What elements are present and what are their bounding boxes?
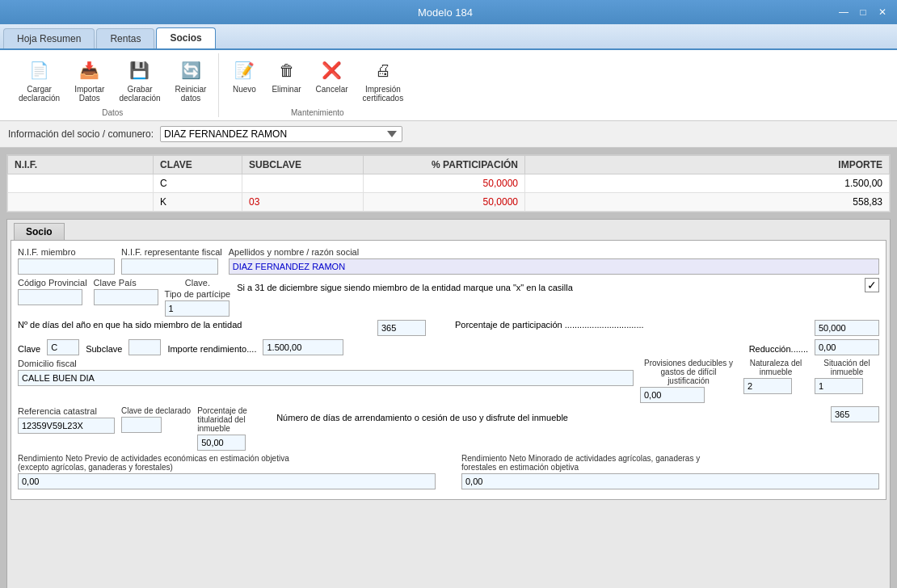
cell-nif <box>8 193 154 212</box>
form-row-5: Domicilio fiscal Provisiones deducibles … <box>18 359 879 403</box>
form-row-6: Referencia catastral Clave de declarado … <box>18 406 879 451</box>
eliminar-button[interactable]: 🗑 Eliminar <box>266 53 306 107</box>
cell-subclave: 03 <box>242 193 364 212</box>
col-participacion: % PARTICIPACIÓN <box>364 156 525 174</box>
importe-input[interactable] <box>263 339 343 355</box>
info-bar-label: Información del socio / comunero: <box>8 128 154 140</box>
minimize-button[interactable]: — <box>836 5 852 19</box>
clave-field-input[interactable] <box>47 339 79 355</box>
ribbon-datos-label: Datos <box>102 108 123 117</box>
socio-selector[interactable]: DIAZ FERNANDEZ RAMON <box>160 126 402 142</box>
clave-pais-input[interactable] <box>94 289 158 305</box>
cargar-declaracion-button[interactable]: 📄 Cargardeclaración <box>13 53 65 107</box>
field-naturaleza: Naturaleza del inmueble <box>743 359 808 394</box>
porcentaje-label: Porcentaje de participación ............… <box>455 320 808 330</box>
table-row[interactable]: C 50,0000 1.500,00 <box>8 174 890 193</box>
nuevo-button[interactable]: 📝 Nuevo <box>225 53 263 107</box>
field-domicilio: Domicilio fiscal <box>18 359 634 386</box>
checkbox-miembro[interactable]: ✓ <box>865 278 879 292</box>
subclave-label: Subclave <box>86 344 122 355</box>
ribbon-group-mantenimiento: 📝 Nuevo 🗑 Eliminar ❌ Cancelar 🖨 Impresió… <box>219 53 415 117</box>
reiniciar-datos-button[interactable]: 🔄 Reiniciardatos <box>170 53 213 107</box>
field-situacion: Situación del inmueble <box>815 359 879 394</box>
field-porcentaje-titularidad: Porcentaje de titularidad del inmueble <box>197 406 270 451</box>
field-clave-declarado: Clave de declarado <box>121 406 191 433</box>
tab-socios[interactable]: Socios <box>156 27 215 48</box>
impresion-certificados-button[interactable]: 🖨 Impresióncertificados <box>357 53 410 107</box>
porcentaje-titularidad-input[interactable] <box>197 435 246 451</box>
n-dias-label: Nº de días del año en que ha sido miembr… <box>18 320 371 330</box>
info-bar: Información del socio / comunero: DIAZ F… <box>0 121 897 148</box>
reduccion-input[interactable] <box>815 339 879 355</box>
dias-arrendamiento-row: Número de días de arrendamiento o cesión… <box>276 406 879 422</box>
situacion-input[interactable] <box>815 378 863 394</box>
field-nif-representante: N.I.F. representante fiscal <box>121 247 222 275</box>
socios-table: N.I.F. CLAVE SUBCLAVE % PARTICIPACIÓN IM… <box>7 155 890 212</box>
field-provisiones: Provisiones deducibles y gastos de difíc… <box>640 359 737 403</box>
naturaleza-input[interactable] <box>743 378 792 394</box>
close-button[interactable]: ✕ <box>874 5 891 19</box>
eliminar-icon: 🗑 <box>274 57 300 83</box>
importe-label: Importe rendimiento.... <box>167 344 256 355</box>
rendimiento-minorado-input[interactable] <box>461 473 879 489</box>
form-row-1: N.I.F. miembro N.I.F. representante fisc… <box>18 247 879 275</box>
clave-label: Clave <box>18 344 40 355</box>
cargar-icon: 📄 <box>27 57 53 83</box>
dias-arrendamiento-label: Número de días de arrendamiento o cesión… <box>276 413 824 422</box>
tipo-participe-input[interactable] <box>165 300 230 317</box>
field-rendimiento-minorado: Rendimiento Neto Minorado de actividades… <box>461 454 879 489</box>
field-clave-pais: Clave País <box>94 278 158 305</box>
tab-bar: Hoja Resumen Rentas Socios <box>0 24 897 50</box>
referencia-input[interactable] <box>18 418 115 434</box>
col-importe: IMPORTE <box>525 156 890 174</box>
cell-clave: C <box>154 174 242 193</box>
reduccion-label: Reducción....... <box>350 344 808 355</box>
col-subclave: SUBCLAVE <box>242 156 364 174</box>
porcentaje-input[interactable] <box>815 320 879 336</box>
maximize-button[interactable]: □ <box>855 5 871 19</box>
grabar-icon: 💾 <box>127 57 153 83</box>
domicilio-input[interactable] <box>18 370 634 386</box>
subclave-input[interactable] <box>128 339 161 355</box>
dias-arrendamiento-input[interactable] <box>831 406 879 422</box>
field-tipo-participe: Clave. Tipo de partícipe <box>165 278 231 317</box>
rendimiento-neto-input[interactable] <box>18 473 436 489</box>
reiniciar-icon: 🔄 <box>178 57 204 83</box>
cell-importe: 558,83 <box>525 193 890 212</box>
form-row-2: Código Provincial Clave País Clave. Tipo… <box>18 278 879 317</box>
form-row-3: Nº de días del año en que ha sido miembr… <box>18 320 879 336</box>
socio-content: N.I.F. miembro N.I.F. representante fisc… <box>11 240 886 500</box>
tab-hoja-resumen[interactable]: Hoja Resumen <box>3 28 95 48</box>
provisiones-input[interactable] <box>640 387 705 403</box>
n-dias-input[interactable] <box>377 320 426 336</box>
importar-datos-button[interactable]: 📥 ImportarDatos <box>69 53 110 107</box>
main-content: N.I.F. CLAVE SUBCLAVE % PARTICIPACIÓN IM… <box>0 148 897 588</box>
socio-tab[interactable]: Socio <box>14 223 65 240</box>
cell-nif <box>8 174 154 193</box>
ribbon-group-datos: 📄 Cargardeclaración 📥 ImportarDatos 💾 Gr… <box>6 53 219 117</box>
si-label: Si a 31 de diciembre sigue siendo miembr… <box>237 283 858 292</box>
window-title: Modelo 184 <box>55 6 836 19</box>
table-row[interactable]: K 03 50,0000 558,83 <box>8 193 890 212</box>
nif-representante-input[interactable] <box>121 258 218 275</box>
cell-importe: 1.500,00 <box>525 174 890 193</box>
cell-participacion: 50,0000 <box>364 174 525 193</box>
importar-icon: 📥 <box>77 57 103 83</box>
data-table-panel: N.I.F. CLAVE SUBCLAVE % PARTICIPACIÓN IM… <box>6 154 891 212</box>
ribbon-mantenimiento-label: Mantenimiento <box>291 108 344 117</box>
cancelar-button[interactable]: ❌ Cancelar <box>310 53 354 107</box>
nif-miembro-input[interactable] <box>18 258 115 275</box>
grabar-declaracion-button[interactable]: 💾 Grabardeclaración <box>113 53 166 107</box>
codigo-provincial-input[interactable] <box>18 289 82 305</box>
tab-rentas[interactable]: Rentas <box>96 28 154 48</box>
cancelar-icon: ❌ <box>319 57 345 83</box>
apellidos-value: DIAZ FERNANDEZ RAMON <box>229 258 879 275</box>
window-controls: — □ ✕ <box>836 5 891 19</box>
nuevo-icon: 📝 <box>231 57 257 83</box>
form-row-4: Clave Subclave Importe rendimiento.... R… <box>18 339 879 355</box>
cell-participacion: 50,0000 <box>364 193 525 212</box>
si-checkbox-row: Si a 31 de diciembre sigue siendo miembr… <box>237 278 879 292</box>
clave-declarado-input[interactable] <box>121 417 162 433</box>
field-codigo-provincial: Código Provincial <box>18 278 87 305</box>
field-nif-miembro: N.I.F. miembro <box>18 247 115 275</box>
